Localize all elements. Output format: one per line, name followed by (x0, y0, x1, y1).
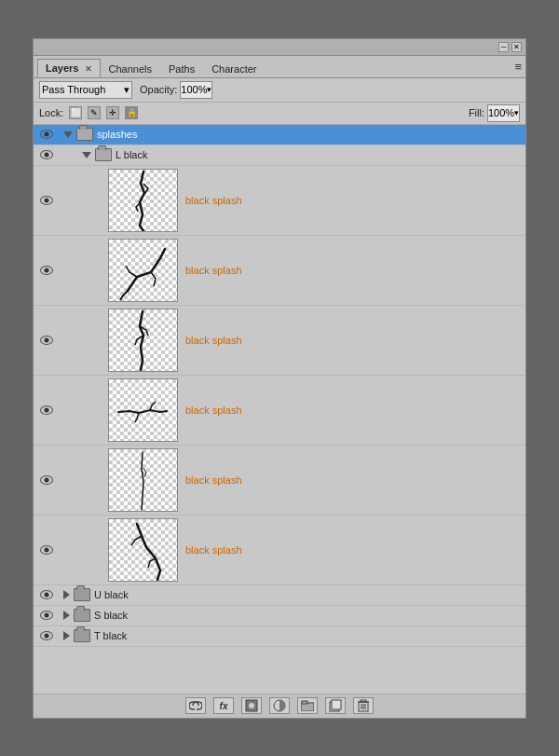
blend-mode-arrow: ▾ (124, 84, 130, 96)
tab-layers[interactable]: Layers ✕ (37, 59, 101, 77)
item-2-label: black splash (185, 265, 242, 276)
u-black-label: U black (94, 589, 129, 600)
delete-layer-button[interactable] (353, 697, 374, 714)
eye-item-4[interactable] (34, 405, 60, 415)
fill-arrow: ▾ (514, 108, 519, 117)
tab-channels[interactable]: Channels (101, 60, 160, 77)
panel-menu-icon[interactable]: ≡ (514, 60, 522, 74)
layer-group-t-black[interactable]: T black (34, 626, 525, 647)
splashes-folder-icon (76, 128, 93, 141)
eye-l-black[interactable] (34, 150, 60, 159)
visibility-icon-3[interactable] (40, 336, 53, 345)
expand-u-black-icon[interactable] (63, 590, 70, 599)
eye-s-black[interactable] (34, 611, 60, 620)
mask-button[interactable] (241, 697, 262, 714)
eye-item-2[interactable] (34, 266, 60, 275)
adjustment-button[interactable] (269, 697, 290, 714)
s-black-label: S black (94, 610, 128, 621)
t-black-folder-icon (74, 629, 90, 642)
l-black-label: L black (116, 149, 147, 160)
splashes-label: splashes (97, 129, 137, 140)
eye-item-5[interactable] (34, 475, 60, 485)
visibility-icon-l-black[interactable] (40, 150, 53, 159)
splashes-indent: splashes (60, 128, 524, 141)
eye-u-black[interactable] (34, 590, 60, 599)
tab-paths[interactable]: Paths (160, 60, 203, 77)
visibility-icon-4[interactable] (40, 405, 53, 415)
window-controls: ─ ✕ (498, 42, 522, 52)
t-black-indent: T black (60, 629, 524, 642)
eye-item-1[interactable] (34, 196, 60, 205)
new-layer-button[interactable] (325, 697, 346, 714)
layer-item-4[interactable]: black splash (34, 376, 525, 446)
item-6-label: black splash (185, 544, 242, 556)
item-4-label: black splash (185, 405, 242, 416)
layer-group-splashes[interactable]: splashes (34, 125, 525, 145)
visibility-icon-u-black[interactable] (40, 590, 53, 599)
visibility-icon-1[interactable] (40, 196, 53, 205)
blend-mode-select[interactable]: Pass Through ▾ (39, 81, 132, 99)
group-button[interactable] (297, 697, 318, 714)
svg-rect-4 (302, 701, 307, 704)
eye-item-3[interactable] (34, 336, 60, 345)
lock-bar: Lock: ⬜ ✎ ✛ 🔒 Fill: 100% ▾ (34, 103, 525, 125)
lock-all-icon[interactable]: 🔒 (125, 106, 138, 119)
tabs-bar: Layers ✕ Channels Paths Character ≡ (34, 56, 525, 78)
link-layers-button[interactable] (185, 697, 206, 714)
fx-label: fx (220, 701, 228, 711)
item-5-label: black splash (185, 474, 242, 486)
visibility-icon-t-black[interactable] (40, 631, 53, 640)
expand-t-black-icon[interactable] (63, 631, 70, 640)
fill-value[interactable]: 100% ▾ (487, 104, 520, 122)
eye-item-6[interactable] (34, 545, 60, 555)
item-1-label: black splash (185, 195, 242, 206)
visibility-icon-2[interactable] (40, 266, 53, 275)
expand-s-black-icon[interactable] (63, 611, 70, 620)
lock-position-icon[interactable]: ✛ (106, 106, 119, 119)
thumb-5 (108, 448, 178, 512)
tab-close-icon[interactable]: ✕ (85, 64, 92, 74)
eye-splashes[interactable] (34, 130, 60, 139)
layer-group-u-black[interactable]: U black (34, 585, 525, 606)
layer-item-6[interactable]: black splash (34, 515, 525, 585)
eye-t-black[interactable] (34, 631, 60, 640)
visibility-icon-5[interactable] (40, 475, 53, 485)
opacity-group: Opacity: 100% ▾ (140, 81, 212, 99)
thumb-3 (108, 309, 178, 372)
layer-item-3[interactable]: black splash (34, 306, 525, 376)
close-button[interactable]: ✕ (511, 42, 522, 52)
layer-group-l-black[interactable]: L black (34, 145, 525, 166)
expand-l-black-icon[interactable] (82, 152, 91, 158)
svg-rect-6 (332, 700, 341, 709)
item-3-label: black splash (185, 335, 242, 346)
s-black-indent: S black (60, 609, 524, 622)
lock-pixels-icon[interactable]: ⬜ (69, 106, 82, 119)
opacity-arrow: ▾ (207, 85, 211, 94)
visibility-icon-s-black[interactable] (40, 611, 53, 620)
fx-button[interactable]: fx (213, 697, 234, 714)
lock-image-icon[interactable]: ✎ (88, 106, 101, 119)
l-black-folder-icon (95, 148, 112, 161)
svg-point-1 (249, 703, 254, 708)
thumb-6 (108, 518, 178, 582)
visibility-icon-splashes[interactable] (40, 130, 53, 139)
layer-group-s-black[interactable]: S black (34, 606, 525, 626)
blend-opacity-toolbar: Pass Through ▾ Opacity: 100% ▾ (34, 78, 525, 103)
layers-list: splashes L black (34, 125, 525, 694)
layer-item-2[interactable]: black splash (34, 236, 525, 306)
tab-character[interactable]: Character (203, 60, 265, 77)
layer-item-5[interactable]: black splash (34, 446, 525, 515)
thumb-1 (108, 169, 178, 232)
bottom-bar: fx (34, 694, 525, 718)
visibility-icon-6[interactable] (40, 545, 53, 555)
expand-splashes-icon[interactable] (63, 131, 73, 138)
u-black-folder-icon (74, 588, 90, 601)
svg-rect-9 (361, 700, 366, 702)
opacity-value[interactable]: 100% ▾ (180, 81, 212, 99)
layers-panel: ─ ✕ Layers ✕ Channels Paths Character ≡ … (33, 38, 526, 719)
minimize-button[interactable]: ─ (498, 42, 509, 52)
t-black-label: T black (94, 630, 127, 641)
thumb-2 (108, 239, 178, 302)
u-black-indent: U black (60, 588, 524, 601)
layer-item-1[interactable]: black splash (34, 166, 525, 236)
